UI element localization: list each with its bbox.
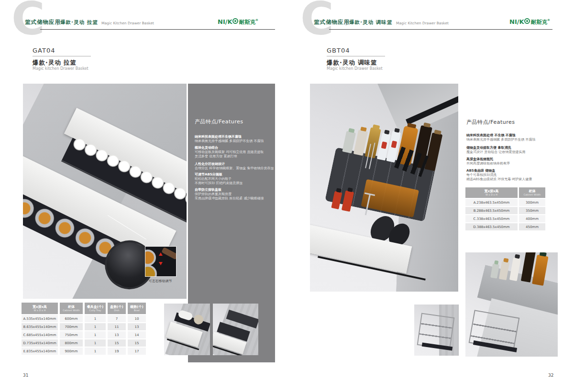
feature-line: 储物盒灵动提取方便 拿取清洗: [466, 146, 525, 150]
col-header-cn: 餐具盒(个): [87, 305, 103, 309]
feature-group: 自带防尘滑轨盖板 保护滑轨的承重及顺滑度 采用品牌缓冲隐藏滑轨 推拉轻柔 减少碗…: [195, 188, 264, 201]
callout-label: 可左右移动调节: [135, 279, 185, 283]
table-row: B.635x455x140mm 700mm 1 11 13: [22, 323, 146, 330]
product-code: GAT04: [33, 47, 55, 54]
table-cell: D.735x455x140mm: [22, 339, 58, 347]
header-rule: [40, 29, 275, 30]
feature-line: 纳米科技表面处理 不生锈 不腐蚀: [466, 133, 535, 138]
main-photo-spice-basket: [310, 84, 458, 292]
bottle-cap: [434, 130, 442, 135]
col-header-en: Cabinet Width: [63, 309, 79, 312]
feature-line: 可移动篮板及碗碟架 均可独立使用 且随意提取: [195, 150, 264, 154]
feature-line: ABS食品级 储物盒: [466, 169, 532, 173]
col-header-cn: 盘数(个): [110, 305, 123, 309]
header-rule: [329, 29, 552, 30]
table-cell: 400mm: [519, 215, 545, 222]
bottle-cap: [503, 258, 508, 263]
product-name-en: Magic kitchen Drawer Basket: [33, 66, 88, 71]
table-row: D.388x463.5x450mm 450mm: [465, 223, 545, 230]
series-title: 爆款·灵动 拉篮: [60, 19, 98, 26]
product-name: 爆款·灵动 调味篮: [327, 59, 377, 67]
table-cell: 1: [85, 315, 106, 322]
col-header: 宽x深x高 W x D x H: [22, 303, 58, 314]
bottle-label: [391, 141, 397, 148]
feature-group: 纳米科技表面处理不生锈不腐蚀 纳米表面光滑手感细腻 多层防护不生锈 不腐蚀: [195, 135, 264, 143]
feature-group: 高深盒体低矮瓶托 不同高度调味瓶收纳井然有序: [466, 157, 510, 166]
table-cell: 300mm: [519, 199, 545, 206]
col-header-en: Bowl: [134, 309, 140, 312]
table-cell: 13: [128, 323, 146, 330]
product-code: GBT04: [327, 47, 350, 54]
table-cell: 600mm: [60, 315, 83, 322]
table-row: A.238x463.5x450mm 300mm: [465, 199, 545, 206]
page-number: 31: [23, 373, 28, 378]
table-row: C.685x455x140mm 750mm 1 13 14: [22, 331, 146, 338]
table-row: B.288x463.5x450mm 350mm: [465, 207, 545, 214]
table-header-row: 宽x深x高 W x D x H 柜体 Cabinet Width 餐具盒(个) …: [22, 303, 146, 314]
catalog-spread: C 篮式储物应用 爆款·灵动 拉篮 Magic Kitchen Drawer B…: [0, 0, 574, 392]
brand-logo-o-icon: [524, 18, 530, 24]
inset-jar: [145, 265, 157, 277]
table-cell: 900mm: [60, 348, 83, 355]
brand-logo-latin: NI/K: [509, 18, 524, 25]
feature-line: 纳米表面光滑手感细腻 多层防护不生锈 不腐蚀: [195, 139, 264, 143]
table-cell: A.238x463.5x450mm: [465, 199, 518, 206]
col-header: 餐具盒(个) Cutly Tray: [85, 303, 106, 314]
up-arrow-icon: [159, 252, 163, 256]
feature-line: 精选ABS食品级材质 环保无毒 呵护家人健康: [466, 177, 532, 182]
series-title-en: Magic Kitchen Drawer Basket: [101, 21, 154, 25]
table-cell: B.288x463.5x450mm: [465, 207, 518, 214]
table-cell: C.685x455x140mm: [22, 331, 58, 338]
col-header-cn: 柜体: [529, 189, 536, 193]
feature-line: 可调节ABS分隔板: [195, 173, 243, 177]
col-header-cn: 柜体: [68, 305, 75, 309]
brand-logo-latin: NI/K: [218, 18, 232, 25]
registered-mark: ®: [547, 18, 550, 22]
table-cell: 13: [108, 331, 126, 338]
table-cell: 700mm: [60, 323, 83, 330]
col-header-en: Dish: [114, 309, 119, 312]
table-cell: A.535x455x140mm: [22, 315, 58, 322]
down-arrow-icon: [159, 262, 163, 265]
product-name-en: Magic kitchen Drawer Basket: [327, 66, 383, 71]
col-header: 柜体 Cabinet Width: [519, 187, 545, 198]
page-number: 32: [548, 373, 553, 378]
header-divider: [57, 19, 57, 25]
table-cell: B.635x455x140mm: [22, 323, 58, 330]
feature-group: 人性化分区收纳设计 合理分区 科学收纳碗碟架、置物盒 集中收纳分类存放: [195, 162, 274, 171]
brand-logo: NI/K耐斯克®: [509, 18, 550, 26]
table-cell: 750mm: [60, 331, 83, 338]
table-cell: 19: [108, 348, 126, 355]
header-divider: [346, 19, 346, 25]
table-header-row: 宽x深x高 W x D x H 柜体 Cabinet Width: [465, 187, 545, 198]
col-header-cn: 碗数(个): [130, 305, 143, 309]
table-row: C.338x463.5x450mm 400mm: [465, 215, 545, 222]
col-header-en: W x D x H: [34, 309, 46, 312]
feature-line: 轻松匹配不同大小的瓶子: [195, 177, 243, 181]
table-cell: 14: [128, 331, 146, 338]
brand-logo: NI/K耐斯克®: [218, 18, 258, 26]
feature-line: 采用品牌缓冲隐藏滑轨 推拉轻柔 减少碗碟碰撞: [195, 196, 264, 201]
bottle-cap: [336, 188, 342, 193]
feature-line: 不同高度调味瓶收纳井然有序: [466, 162, 510, 166]
bottle: [509, 257, 521, 281]
bottle-cap: [373, 124, 380, 130]
column-photo-counter-bottles: [465, 252, 558, 357]
table-cell: 1: [85, 339, 106, 347]
table-cell: 1: [85, 331, 106, 338]
col-header: 柜体 Cabinet Width: [60, 303, 83, 314]
bottle-cap: [494, 260, 499, 264]
thumb-photo-wire-basket: [414, 305, 459, 356]
table-cell: 1: [85, 348, 106, 355]
thumb-photo-basket-loaded: [164, 304, 210, 355]
thumb-photo-basket-empty: [213, 304, 258, 355]
col-header-en: Cabinet Width: [524, 193, 541, 196]
feature-line: 纳米科技表面处理不生锈不腐蚀: [195, 135, 264, 139]
feature-group: 模块化灵动组合 可移动篮板及碗碟架 均可独立使用 且随意提取 灵活多变 使用方便…: [195, 146, 264, 159]
bottle-cap: [515, 254, 520, 259]
product-name: 爆款·灵动 拉篮: [33, 59, 77, 67]
bottle-cap: [423, 122, 431, 128]
feature-line: 自带防尘滑轨盖板: [195, 188, 264, 192]
col-header-cn: 宽x深x高: [484, 189, 498, 193]
table-cell: 800mm: [60, 339, 83, 347]
